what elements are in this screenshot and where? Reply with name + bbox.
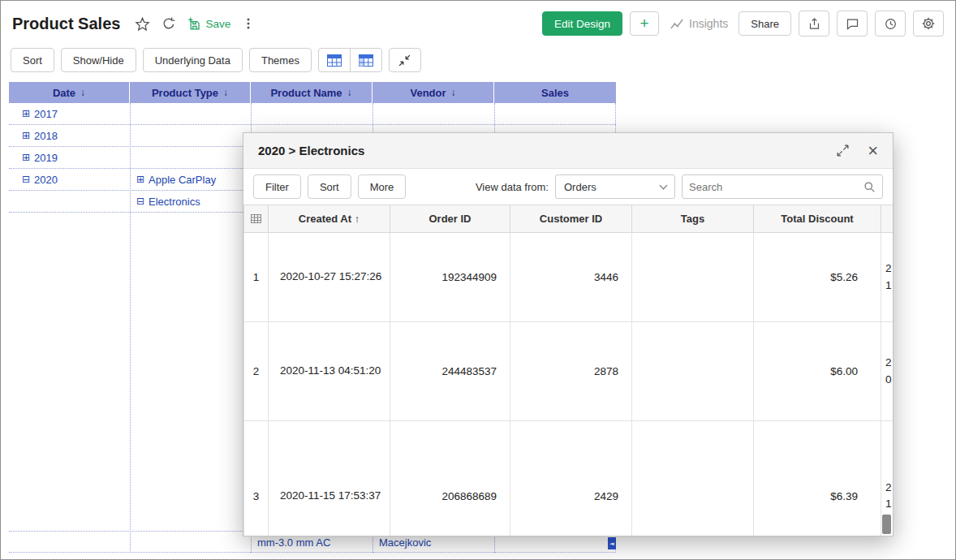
add-button[interactable]: +: [630, 11, 659, 36]
order-id-cell[interactable]: 206868689: [390, 421, 510, 536]
pivot-col-date[interactable]: Date ↓: [9, 82, 130, 103]
favorite-star-icon[interactable]: [135, 16, 150, 32]
dialog-table-wrapper: Created At ↑ Order ID Customer ID Tags T…: [243, 205, 893, 536]
year-label[interactable]: 2018: [34, 130, 58, 142]
more-button[interactable]: More: [358, 174, 407, 199]
view-data-select[interactable]: Orders: [555, 174, 675, 199]
grid-icon: [251, 214, 261, 223]
year-cell[interactable]: ⊞ 2018: [9, 125, 130, 146]
product-type-label[interactable]: Apple CarPlay: [149, 174, 216, 186]
dialog-titlebar-actions: ×: [836, 142, 878, 160]
customer-id-cell[interactable]: 3446: [510, 233, 632, 322]
expand-icon[interactable]: ⊞: [22, 130, 30, 141]
created-at-cell[interactable]: 2020-11-15 17:53:37: [269, 421, 390, 536]
comments-button[interactable]: [837, 11, 868, 37]
history-button[interactable]: [875, 11, 906, 37]
col-label: Product Name: [270, 87, 342, 99]
year-label[interactable]: 2017: [34, 108, 58, 120]
pivot-col-product-name[interactable]: Product Name ↓: [251, 82, 372, 103]
year-cell[interactable]: ⊟ 2020: [9, 169, 130, 190]
search-input[interactable]: [689, 181, 863, 193]
col-label: Customer ID: [540, 213, 602, 225]
history-clock-icon: [884, 17, 898, 31]
show-hide-button[interactable]: Show/Hide: [61, 48, 136, 72]
save-button[interactable]: Save: [187, 17, 230, 31]
expand-dialog-button[interactable]: [836, 144, 850, 157]
pivot-col-sales[interactable]: Sales: [494, 82, 616, 103]
page-title: Product Sales: [12, 15, 120, 33]
col-label: Sales: [541, 87, 569, 99]
table-compact-icon: [327, 54, 342, 67]
save-label: Save: [205, 18, 230, 30]
insights-button[interactable]: Insights: [666, 17, 731, 30]
year-label[interactable]: 2020: [34, 174, 58, 186]
col-label: Created At: [299, 213, 351, 225]
order-id-cell[interactable]: 192344909: [390, 233, 510, 322]
customer-id-cell[interactable]: 2429: [510, 421, 632, 536]
collapse-all-button[interactable]: [389, 48, 421, 72]
data-row-3: 3 2020-11-15 17:53:37 206868689 2429 $6.…: [244, 421, 894, 536]
gear-icon: [921, 16, 936, 31]
expand-icon[interactable]: ⊞: [136, 174, 144, 185]
sort-button[interactable]: Sort: [11, 48, 54, 72]
app-window: Product Sales Save: [0, 0, 956, 560]
created-at-cell[interactable]: 2020-10-27 15:27:26: [269, 233, 390, 322]
year-cell[interactable]: ⊞ 2017: [9, 103, 130, 124]
horizontal-scroll-left-button[interactable]: ◄: [608, 537, 616, 549]
dialog-sort-button[interactable]: Sort: [308, 174, 351, 199]
table-header-row: Created At ↑ Order ID Customer ID Tags T…: [244, 205, 894, 233]
vertical-scrollbar-thumb[interactable]: [882, 515, 891, 534]
total-discount-cell[interactable]: $6.00: [754, 322, 881, 421]
settings-button[interactable]: [913, 11, 944, 37]
tags-cell[interactable]: [632, 233, 754, 322]
more-options-kebab-icon[interactable]: [242, 17, 255, 30]
col-header-total-discount[interactable]: Total Discount: [754, 205, 881, 233]
refresh-icon[interactable]: [161, 16, 176, 31]
col-header-customer-id[interactable]: Customer ID: [510, 205, 632, 233]
export-button[interactable]: [799, 11, 829, 37]
total-discount-cell[interactable]: $6.39: [754, 421, 881, 536]
dialog-toolbar: Filter Sort More View data from: Orders: [243, 169, 893, 205]
comment-icon: [846, 17, 859, 31]
clipped-cell[interactable]: 2 1: [881, 233, 894, 322]
col-label: Total Discount: [781, 213, 853, 225]
table-view-toggle-group: [318, 48, 382, 72]
row-index-header[interactable]: [244, 205, 269, 233]
sort-desc-icon: ↓: [223, 87, 228, 98]
product-name-label[interactable]: mm-3.0 mm AC: [257, 536, 330, 549]
full-table-view-button[interactable]: [350, 48, 382, 72]
product-type-cell[interactable]: ⊞ Apple CarPlay: [130, 169, 251, 190]
col-header-created-at[interactable]: Created At ↑: [269, 205, 390, 233]
tags-cell[interactable]: [632, 322, 754, 421]
clipped-cell[interactable]: 2 0: [881, 322, 894, 421]
pivot-col-product-type[interactable]: Product Type ↓: [130, 82, 251, 103]
year-cell[interactable]: ⊞ 2019: [9, 147, 130, 168]
customer-id-cell[interactable]: 2878: [510, 322, 632, 421]
edit-design-button[interactable]: Edit Design: [542, 11, 622, 36]
total-discount-cell[interactable]: $5.26: [754, 233, 881, 322]
share-button[interactable]: Share: [739, 11, 791, 36]
filter-button[interactable]: Filter: [253, 174, 301, 199]
pivot-col-vendor[interactable]: Vendor ↓: [372, 82, 494, 103]
col-header-order-id[interactable]: Order ID: [390, 205, 510, 233]
sort-asc-icon: ↑: [355, 213, 360, 225]
col-header-tags[interactable]: Tags: [632, 205, 754, 233]
product-type-cell[interactable]: ⊟ Electronics: [130, 191, 251, 212]
compact-table-view-button[interactable]: [318, 48, 351, 72]
themes-button[interactable]: Themes: [249, 48, 312, 72]
created-at-cell[interactable]: 2020-11-13 04:51:20: [269, 322, 390, 421]
dialog-title: 2020 > Electronics: [258, 144, 364, 157]
tags-cell[interactable]: [632, 421, 754, 536]
expand-icon[interactable]: ⊞: [22, 152, 30, 163]
collapse-icon[interactable]: ⊟: [136, 196, 144, 207]
sort-desc-icon: ↓: [347, 87, 352, 98]
view-data-from-label: View data from:: [476, 181, 549, 193]
product-type-label[interactable]: Electronics: [149, 196, 200, 208]
underlying-data-button[interactable]: Underlying Data: [143, 48, 243, 72]
close-icon[interactable]: ×: [868, 142, 878, 160]
collapse-icon[interactable]: ⊟: [22, 174, 30, 185]
vendor-label[interactable]: Macejkovic: [379, 536, 431, 549]
expand-icon[interactable]: ⊞: [22, 108, 30, 119]
year-label[interactable]: 2019: [34, 152, 58, 164]
order-id-cell[interactable]: 244483537: [390, 322, 510, 421]
